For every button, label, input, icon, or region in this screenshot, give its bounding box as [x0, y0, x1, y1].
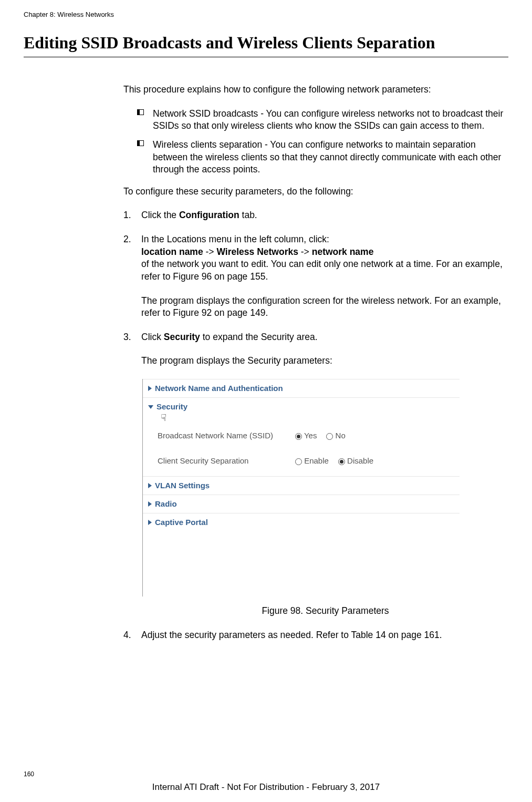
- client-separation-row: Client Security Separation Enable Disabl…: [143, 450, 460, 476]
- step-bold: Configuration: [179, 210, 239, 220]
- bullet-text: Network SSID broadcasts - You can config…: [153, 108, 503, 131]
- security-body: Broadcast Network Name (SSID) Yes No Cli…: [143, 425, 460, 477]
- step-4: 4. Adjust the security parameters as nee…: [123, 629, 508, 642]
- step-note: The program displays the configuration s…: [141, 295, 508, 320]
- step-2: 2. In the Locations menu in the left col…: [123, 233, 508, 320]
- row-label: Client Security Separation: [148, 456, 295, 466]
- page-number: 160: [24, 770, 34, 778]
- radio-icon: [295, 433, 302, 440]
- accordion-vlan[interactable]: VLAN Settings: [143, 477, 460, 495]
- step-text: In the Locations menu in the left column…: [141, 234, 329, 244]
- step-number: 4.: [123, 629, 131, 642]
- intro-paragraph: This procedure explains how to configure…: [123, 84, 508, 96]
- footer-text: Internal ATI Draft - Not For Distributio…: [0, 782, 532, 793]
- section-title: Editing SSID Broadcasts and Wireless Cli…: [24, 33, 508, 57]
- step-text: Click the: [141, 210, 179, 220]
- accordion-label: VLAN Settings: [155, 480, 210, 491]
- ordered-list: 1. Click the Configuration tab. 2. In th…: [123, 209, 508, 641]
- radio-label: Yes: [304, 431, 317, 440]
- step-text: ->: [203, 246, 217, 257]
- accordion-label: Security: [157, 402, 187, 412]
- step-number: 3.: [123, 331, 131, 344]
- radio-disable[interactable]: Disable: [338, 456, 373, 466]
- chevron-right-icon: [148, 520, 152, 525]
- step-bold: location name: [141, 246, 203, 257]
- step-1: 1. Click the Configuration tab.: [123, 209, 508, 222]
- radio-no[interactable]: No: [326, 430, 345, 441]
- bullet-item: Network SSID broadcasts - You can config…: [123, 108, 508, 132]
- step-text: Adjust the security parameters as needed…: [141, 630, 442, 640]
- accordion-security[interactable]: Security: [143, 398, 460, 412]
- bullet-list: Network SSID broadcasts - You can config…: [123, 108, 508, 176]
- figure-screenshot: Network Name and Authentication Security…: [142, 379, 460, 597]
- step-note: The program displays the Security parame…: [141, 355, 508, 367]
- radio-icon: [295, 458, 302, 465]
- content-area: This procedure explains how to configure…: [123, 84, 508, 641]
- radio-yes[interactable]: Yes: [295, 430, 317, 441]
- accordion-radio[interactable]: Radio: [143, 495, 460, 513]
- radio-label: Enable: [304, 456, 329, 465]
- step-bold: Wireless Networks: [216, 246, 298, 257]
- bullet-icon: [137, 109, 144, 115]
- bullet-item: Wireless clients separation - You can co…: [123, 139, 508, 176]
- accordion-captive-portal[interactable]: Captive Portal: [143, 513, 460, 531]
- figure-caption: Figure 98. Security Parameters: [142, 605, 508, 618]
- step-text: to expand the Security area.: [200, 332, 318, 342]
- radio-icon: [326, 433, 333, 440]
- step-text: ->: [298, 246, 312, 257]
- bullet-text: Wireless clients separation - You can co…: [153, 139, 501, 174]
- accordion-label: Network Name and Authentication: [155, 383, 283, 394]
- step-bold: network name: [312, 246, 374, 257]
- figure-wrap: Network Name and Authentication Security…: [142, 379, 508, 618]
- chevron-down-icon: [148, 405, 153, 409]
- radio-icon: [338, 458, 345, 465]
- chevron-right-icon: [148, 483, 152, 488]
- step-number: 2.: [123, 233, 131, 246]
- step-bold: Security: [164, 332, 200, 342]
- step-text: tab.: [239, 210, 257, 220]
- step-text: of the network you want to edit. You can…: [141, 259, 503, 282]
- row-label: Broadcast Network Name (SSID): [148, 430, 295, 441]
- accordion-label: Radio: [155, 499, 177, 509]
- radio-label: No: [336, 431, 346, 440]
- accordion-label: Captive Portal: [155, 517, 208, 528]
- step-number: 1.: [123, 209, 131, 222]
- chapter-header: Chapter 8: Wireless Networks: [24, 0, 508, 33]
- step-3: 3. Click Security to expand the Security…: [123, 331, 508, 367]
- broadcast-ssid-row: Broadcast Network Name (SSID) Yes No: [143, 425, 460, 450]
- step-text: Click: [141, 332, 164, 342]
- radio-label: Disable: [347, 456, 373, 465]
- chevron-right-icon: [148, 386, 152, 391]
- bullet-icon: [137, 140, 144, 146]
- radio-enable[interactable]: Enable: [295, 456, 329, 466]
- pre-steps-paragraph: To configure these security parameters, …: [123, 186, 508, 198]
- chevron-right-icon: [148, 501, 152, 507]
- accordion-network-name[interactable]: Network Name and Authentication: [143, 379, 460, 398]
- hand-cursor-icon: ☟: [161, 413, 166, 423]
